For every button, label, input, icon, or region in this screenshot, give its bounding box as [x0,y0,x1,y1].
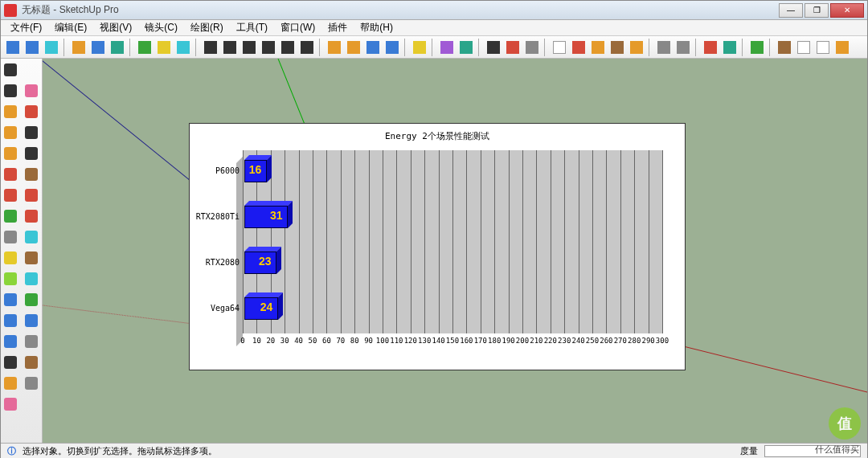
tool-scale[interactable] [1,207,20,226]
tool-section[interactable] [1,374,20,393]
menu-绘图(R)[interactable]: 绘图(R) [186,20,228,35]
tool-dim[interactable] [22,227,41,247]
tool-spin[interactable] [570,39,588,56]
tool-3dtext[interactable] [22,269,41,288]
tool-tape[interactable] [1,227,20,247]
tool-cube5[interactable] [457,39,475,56]
tool-wrench[interactable] [655,39,673,56]
tool-cube2[interactable] [89,39,107,56]
tool-help[interactable] [748,39,766,56]
tool-reload2[interactable] [383,39,401,56]
tool-warn[interactable] [411,39,428,56]
tool-zoomwin[interactable] [22,311,41,330]
tool-orbit[interactable] [1,290,20,309]
tool-cube3[interactable] [108,39,126,56]
tool-pushpull[interactable] [1,165,20,184]
tool-polygon[interactable] [1,144,20,163]
viewport[interactable]: Energy 2个场景性能测试 010203040506070809010011… [43,59,867,443]
menu-视图(V)[interactable]: 视图(V) [95,20,137,35]
app-icon [4,4,17,17]
tool-refresh[interactable] [702,39,719,56]
tool-position[interactable] [22,353,41,372]
tool-select[interactable] [1,60,20,80]
tool-globe[interactable] [504,39,522,56]
tool-arc[interactable] [22,123,41,142]
tool-plug[interactable] [485,39,502,56]
tool-house1[interactable] [776,39,793,56]
tool-sun[interactable] [589,39,607,56]
menu-镜头(C)[interactable]: 镜头(C) [140,20,182,35]
tool-package1[interactable] [326,39,343,56]
bar-value: 23 [259,255,272,268]
bar-label: RTX2080Ti [190,212,240,221]
tool-circle[interactable] [1,123,20,142]
menu-工具(T)[interactable]: 工具(T) [231,20,272,35]
bar-P6000: 16P6000 [244,160,267,182]
tool-pencil[interactable] [22,102,41,121]
tool-house4[interactable] [833,39,851,56]
tool-camera[interactable] [202,39,219,56]
tool-rotate[interactable] [1,186,20,205]
tool-layers[interactable] [608,39,626,56]
menu-文件(F)[interactable]: 文件(F) [6,20,47,35]
bar-label: P6000 [190,166,240,175]
separator [404,39,407,56]
tool-cube4[interactable] [438,39,456,56]
menu-窗口(W)[interactable]: 窗口(W) [276,20,320,35]
tool-play[interactable] [260,39,277,56]
tool-house3[interactable] [814,39,832,56]
tool-cube1[interactable] [70,39,88,56]
tool-prev-view[interactable] [1,332,20,351]
tool-component[interactable] [1,395,20,414]
tool-line[interactable] [1,81,20,100]
maximize-button[interactable]: ❐ [805,3,829,18]
tool-eraser[interactable] [22,81,41,100]
xtick: 0 [240,337,244,345]
tool-protractor[interactable] [1,248,20,268]
tool-paint[interactable] [628,39,645,56]
menu-编辑(E)[interactable]: 编辑(E) [50,20,92,35]
tool-cursor[interactable] [551,39,568,56]
tool-package2[interactable] [345,39,362,56]
tool-end[interactable] [298,39,316,56]
tool-dot[interactable] [22,374,41,393]
tool-followme[interactable] [22,186,41,205]
tool-save[interactable] [43,39,60,56]
xtick: 290 [641,337,654,345]
minimize-button[interactable]: — [779,3,803,18]
chart-panel: Energy 2个场景性能测试 010203040506070809010011… [189,123,686,370]
tool-reload1[interactable] [364,39,382,56]
tool-rect[interactable] [1,102,20,121]
bar-label: Vega64 [190,304,240,313]
tool-move[interactable] [22,165,41,184]
tool-palette[interactable] [155,39,173,56]
tool-pan[interactable] [22,290,41,309]
separator [544,39,547,56]
tool-rewind[interactable] [221,39,239,56]
tool-grid[interactable] [523,39,541,56]
tool-next[interactable] [279,39,297,56]
tool-offset[interactable] [22,207,41,226]
tool-box[interactable] [136,39,154,56]
tool-freehand[interactable] [22,144,41,163]
tool-model[interactable] [4,39,22,56]
separator [63,39,67,56]
bar-value: 24 [260,301,273,313]
tool-gear[interactable] [674,39,692,56]
tool-house2[interactable] [795,39,813,56]
app-window: 无标题 - SketchUp Pro — ❐ ✕ 文件(F)编辑(E)视图(V)… [0,0,868,458]
xtick: 80 [350,337,359,345]
tool-open[interactable] [23,39,41,56]
tool-prev[interactable] [240,39,258,56]
statusbar: ⓘ 选择对象。切换到扩充选择。拖动鼠标选择多项。 度量 [1,443,867,458]
tool-zoom[interactable] [1,311,20,330]
tool-walk[interactable] [1,353,20,372]
menu-帮助(H)[interactable]: 帮助(H) [355,20,398,35]
tool-look[interactable] [22,332,41,351]
close-button[interactable]: ✕ [830,3,864,18]
tool-text[interactable] [22,248,41,268]
tool-globe2[interactable] [721,39,739,56]
tool-axes[interactable] [1,269,20,288]
tool-info[interactable] [174,39,192,56]
menu-插件[interactable]: 插件 [323,20,352,35]
